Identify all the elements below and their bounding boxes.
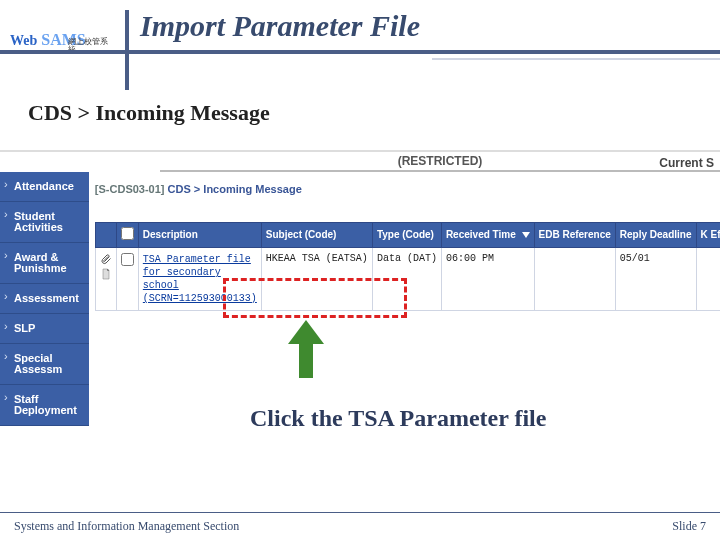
callout-arrow	[288, 320, 322, 378]
sidebar-item-award-punishment[interactable]: Award & Punishme	[0, 243, 89, 284]
footer-slide-number: Slide 7	[672, 519, 706, 534]
screen-breadcrumb: [S-CDS03-01] CDS > Incoming Message	[95, 176, 720, 206]
col-effective-date[interactable]: K Effe Da	[696, 223, 720, 248]
sidebar-nav: Attendance Student Activities Award & Pu…	[0, 172, 89, 426]
current-status-label: Current S	[653, 152, 720, 174]
sidebar-item-attendance[interactable]: Attendance	[0, 172, 89, 202]
content-panel: [S-CDS03-01] CDS > Incoming Message Page…	[89, 172, 720, 426]
slide-title: Import Parameter File	[140, 8, 420, 44]
screen-path: CDS > Incoming Message	[168, 183, 302, 195]
cell-received: 06:00 PM	[441, 248, 534, 311]
cell-type: Data (DAT)	[372, 248, 441, 311]
cell-effective-date	[696, 248, 720, 311]
cell-subject: HKEAA TSA (EATSA)	[261, 248, 372, 311]
col-description[interactable]: Description	[138, 223, 261, 248]
paperclip-icon	[100, 253, 112, 265]
title-vertical-rule	[125, 10, 129, 90]
sidebar-item-staff-deployment[interactable]: Staff Deployment	[0, 385, 89, 426]
logo-text-web: Web	[10, 34, 37, 48]
slide-header: Web SAMS 網上校管系統 Import Parameter File	[0, 0, 720, 72]
col-edb-reference[interactable]: EDB Reference	[534, 223, 615, 248]
col-type[interactable]: Type (Code)	[372, 223, 441, 248]
cell-reply-deadline: 05/01	[615, 248, 696, 311]
breadcrumb: CDS > Incoming Message	[28, 100, 270, 126]
row-select-checkbox[interactable]	[121, 253, 134, 266]
message-description-link[interactable]: TSA Parameter file for secondary school …	[143, 254, 257, 304]
websams-logo: Web SAMS 網上校管系統	[10, 10, 110, 48]
screen-code: [S-CDS03-01]	[95, 183, 165, 195]
sidebar-item-slp[interactable]: SLP	[0, 314, 89, 344]
col-subject[interactable]: Subject (Code)	[261, 223, 372, 248]
document-icon	[100, 268, 112, 280]
sort-desc-icon	[522, 232, 530, 238]
cell-edb-reference	[534, 248, 615, 311]
footer-left: Systems and Information Management Secti…	[14, 519, 239, 534]
callout-text: Click the TSA Parameter file	[250, 404, 546, 433]
message-table: Description Subject (Code) Type (Code) R…	[95, 222, 720, 311]
col-attachment	[95, 223, 116, 248]
app-screenshot: Current S (RESTRICTED) Attendance Studen…	[0, 150, 720, 370]
sidebar-item-assessment[interactable]: Assessment	[0, 284, 89, 314]
slide-footer: Systems and Information Management Secti…	[0, 512, 720, 540]
table-row: TSA Parameter file for secondary school …	[95, 248, 720, 311]
col-received-time[interactable]: Received Time	[441, 223, 534, 248]
title-rule-secondary	[432, 58, 720, 60]
title-rule	[0, 50, 720, 54]
sidebar-item-special-assessment[interactable]: Special Assessm	[0, 344, 89, 385]
restricted-banner: (RESTRICTED)	[160, 152, 720, 172]
select-all-checkbox[interactable]	[121, 227, 134, 240]
arrow-shaft	[299, 334, 313, 378]
sidebar-item-student-activities[interactable]: Student Activities	[0, 202, 89, 243]
col-select	[116, 223, 138, 248]
col-reply-deadline[interactable]: Reply Deadline	[615, 223, 696, 248]
